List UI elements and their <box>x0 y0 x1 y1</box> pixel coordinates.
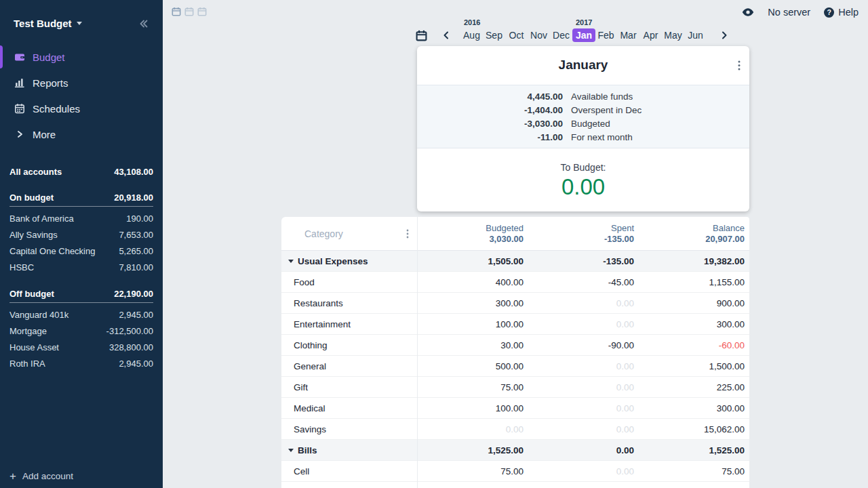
budgeted-cell[interactable]: 100.00 <box>418 403 528 413</box>
account-item-house-asset[interactable]: House Asset328,800.00 <box>9 339 153 355</box>
balance-cell[interactable]: 19,382.00 <box>639 256 749 266</box>
balance-cell[interactable]: 225.00 <box>639 382 749 392</box>
month-may[interactable]: May <box>662 28 684 42</box>
spent-cell[interactable]: 0.00 <box>528 361 639 371</box>
balance-cell[interactable]: 75.00 <box>639 466 749 476</box>
category-menu-button[interactable] <box>406 229 409 239</box>
two-month-view-button[interactable] <box>184 7 194 16</box>
account-item-mortgage[interactable]: Mortgage-312,500.00 <box>9 323 153 339</box>
budget-values-row: 1,525.000.001,525.00 <box>418 440 749 461</box>
spent-cell[interactable]: 0.00 <box>528 298 639 308</box>
group-row-usual-expenses[interactable]: Usual Expenses <box>281 251 417 272</box>
category-row-food[interactable]: Food <box>281 272 417 293</box>
sidebar-item-budget[interactable]: Budget <box>0 44 163 70</box>
category-row-restaurants[interactable]: Restaurants <box>281 293 417 314</box>
add-account-button[interactable]: + Add account <box>9 470 73 482</box>
month-navigation: AugSepOctNovDecJanFebMarAprMayJun 201620… <box>412 19 738 43</box>
month-oct[interactable]: Oct <box>505 28 528 42</box>
spent-cell[interactable]: -135.00 <box>528 256 639 266</box>
month-sep[interactable]: Sep <box>483 28 505 42</box>
category-row-savings[interactable]: Savings <box>281 419 417 440</box>
balance-cell[interactable]: 1,500.00 <box>639 361 749 371</box>
month-jan[interactable]: Jan <box>572 28 595 42</box>
group-row-bills[interactable]: Bills <box>281 440 417 461</box>
spent-cell[interactable]: 0.00 <box>528 319 639 329</box>
spent-cell[interactable]: 0.00 <box>528 424 639 434</box>
account-item-vanguard-401k[interactable]: Vanguard 401k2,945.00 <box>9 306 153 323</box>
account-balance: 7,810.00 <box>119 262 153 272</box>
balance-cell[interactable]: 900.00 <box>639 298 749 308</box>
month-picker-button[interactable] <box>416 30 427 41</box>
spent-cell[interactable]: -45.00 <box>528 277 639 287</box>
next-month-button[interactable] <box>720 31 728 39</box>
spent-cell[interactable]: 0.00 <box>528 403 639 413</box>
sidebar-item-reports[interactable]: Reports <box>0 70 163 96</box>
balance-cell[interactable]: -60.00 <box>639 340 749 350</box>
account-item-bank-of-america[interactable]: Bank of America190.00 <box>9 210 153 226</box>
account-item-roth-ira[interactable]: Roth IRA2,945.00 <box>9 355 153 371</box>
category-row-clothing[interactable]: Clothing <box>281 335 417 356</box>
help-button[interactable]: ? Help <box>824 7 859 18</box>
sidebar-item-schedules[interactable]: Schedules <box>0 96 163 121</box>
three-month-view-button[interactable] <box>197 7 207 16</box>
month-label: Sep <box>486 30 502 41</box>
month-apr[interactable]: Apr <box>639 28 662 42</box>
spent-cell[interactable]: 0.00 <box>528 466 639 476</box>
month-aug[interactable]: Aug <box>460 28 483 42</box>
category-name: Entertainment <box>294 319 351 329</box>
balance-cell[interactable]: 1,155.00 <box>639 277 749 287</box>
budgeted-cell[interactable]: 30.00 <box>418 340 528 350</box>
spent-cell[interactable]: -90.00 <box>528 340 639 350</box>
balance-cell[interactable]: 1,525.00 <box>639 445 749 455</box>
budgeted-cell[interactable]: 400.00 <box>418 277 528 287</box>
month-menu-button[interactable] <box>738 60 741 70</box>
balance-total: 20,907.00 <box>705 234 745 245</box>
summary-row: -3,030.00Budgeted <box>417 117 749 130</box>
server-status-button[interactable]: No server <box>768 7 810 18</box>
category-row-entertainment[interactable]: Entertainment <box>281 314 417 335</box>
account-item-capital-one-checking[interactable]: Capital One Checking5,265.00 <box>9 243 153 259</box>
month-label: Oct <box>509 30 524 41</box>
budgeted-cell[interactable]: 300.00 <box>418 298 528 308</box>
all-accounts-row[interactable]: All accounts 43,108.00 <box>9 163 153 180</box>
category-row-gift[interactable]: Gift <box>281 377 417 398</box>
previous-month-button[interactable] <box>442 31 450 39</box>
privacy-eye-button[interactable] <box>742 7 754 17</box>
budgeted-cell[interactable]: 0.00 <box>418 424 528 434</box>
category-row-cell[interactable]: Cell <box>281 461 417 482</box>
budgeted-cell[interactable]: 1,525.00 <box>418 445 528 455</box>
category-row-medical[interactable]: Medical <box>281 398 417 419</box>
kebab-menu-icon <box>738 60 741 70</box>
month-feb[interactable]: Feb <box>595 28 617 42</box>
on-budget-row[interactable]: On budget 20,918.00 <box>9 189 153 207</box>
chevron-right-icon <box>14 129 25 140</box>
category-row-general[interactable]: General <box>281 356 417 377</box>
account-balance: 2,945.00 <box>119 310 153 320</box>
account-item-ally-savings[interactable]: Ally Savings7,653.00 <box>9 226 153 243</box>
collapse-sidebar-button[interactable] <box>138 18 149 29</box>
budgeted-cell[interactable]: 75.00 <box>418 382 528 392</box>
off-budget-row[interactable]: Off budget 22,190.00 <box>9 285 153 303</box>
month-jun[interactable]: Jun <box>684 28 707 42</box>
balance-cell[interactable]: 15,062.00 <box>639 424 749 434</box>
off-budget-accounts: Vanguard 401k2,945.00Mortgage-312,500.00… <box>9 306 153 371</box>
month-dec[interactable]: Dec <box>550 28 572 42</box>
one-month-view-button[interactable] <box>172 7 181 16</box>
balance-cell[interactable]: 300.00 <box>639 403 749 413</box>
account-item-hsbc[interactable]: HSBC7,810.00 <box>9 259 153 275</box>
collapse-triangle-icon[interactable] <box>288 449 294 452</box>
to-budget-amount[interactable]: 0.00 <box>417 174 749 200</box>
budgeted-cell[interactable]: 1,505.00 <box>418 256 528 266</box>
spent-cell[interactable]: 0.00 <box>528 445 639 455</box>
sidebar-item-more[interactable]: More <box>0 121 163 147</box>
month-nov[interactable]: Nov <box>528 28 550 42</box>
budgeted-cell[interactable]: 75.00 <box>418 466 528 476</box>
balance-cell[interactable]: 300.00 <box>639 319 749 329</box>
collapse-triangle-icon[interactable] <box>288 260 294 263</box>
budgeted-cell[interactable]: 500.00 <box>418 361 528 371</box>
spent-cell[interactable]: 0.00 <box>528 382 639 392</box>
month-mar[interactable]: Mar <box>617 28 639 42</box>
on-budget-label: On budget <box>9 192 54 203</box>
budgeted-cell[interactable]: 100.00 <box>418 319 528 329</box>
budget-switcher[interactable]: Test Budget <box>14 18 82 29</box>
